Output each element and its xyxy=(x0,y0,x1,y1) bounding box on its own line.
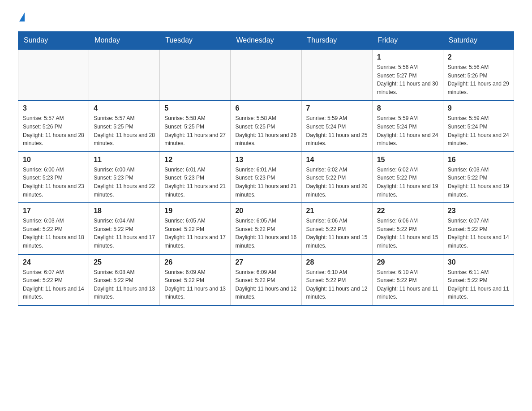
day-of-week-header: Saturday xyxy=(443,32,514,50)
page-header xyxy=(18,13,514,22)
calendar-cell: 17Sunrise: 6:03 AMSunset: 5:22 PMDayligh… xyxy=(18,203,89,254)
day-number: 2 xyxy=(448,53,509,61)
day-info: Sunrise: 5:59 AMSunset: 5:24 PMDaylight:… xyxy=(377,114,438,147)
calendar-cell: 24Sunrise: 6:07 AMSunset: 5:22 PMDayligh… xyxy=(18,254,89,305)
day-info: Sunrise: 6:02 AMSunset: 5:22 PMDaylight:… xyxy=(306,166,368,199)
day-number: 3 xyxy=(23,104,84,112)
calendar-cell: 28Sunrise: 6:10 AMSunset: 5:22 PMDayligh… xyxy=(301,254,372,305)
day-info: Sunrise: 6:07 AMSunset: 5:22 PMDaylight:… xyxy=(448,217,509,250)
day-info: Sunrise: 6:11 AMSunset: 5:22 PMDaylight:… xyxy=(448,268,509,301)
day-info: Sunrise: 5:58 AMSunset: 5:25 PMDaylight:… xyxy=(235,114,296,147)
day-number: 16 xyxy=(448,156,509,164)
calendar-cell: 7Sunrise: 5:59 AMSunset: 5:24 PMDaylight… xyxy=(301,100,372,151)
day-info: Sunrise: 5:59 AMSunset: 5:24 PMDaylight:… xyxy=(448,114,509,147)
calendar-cell: 16Sunrise: 6:03 AMSunset: 5:22 PMDayligh… xyxy=(443,152,514,203)
logo xyxy=(18,13,25,22)
calendar-cell: 11Sunrise: 6:00 AMSunset: 5:23 PMDayligh… xyxy=(89,152,160,203)
day-info: Sunrise: 6:10 AMSunset: 5:22 PMDaylight:… xyxy=(377,268,438,301)
day-number: 6 xyxy=(235,104,296,112)
day-number: 13 xyxy=(235,156,296,164)
day-number: 25 xyxy=(94,258,155,266)
day-number: 21 xyxy=(306,207,368,215)
calendar-cell: 14Sunrise: 6:02 AMSunset: 5:22 PMDayligh… xyxy=(301,152,372,203)
calendar-cell: 30Sunrise: 6:11 AMSunset: 5:22 PMDayligh… xyxy=(443,254,514,305)
calendar-cell: 8Sunrise: 5:59 AMSunset: 5:24 PMDaylight… xyxy=(372,100,443,151)
day-number: 26 xyxy=(164,258,226,266)
day-number: 19 xyxy=(164,207,226,215)
day-info: Sunrise: 6:06 AMSunset: 5:22 PMDaylight:… xyxy=(306,217,368,250)
day-number: 8 xyxy=(377,104,438,112)
calendar-table: SundayMondayTuesdayWednesdayThursdayFrid… xyxy=(18,31,514,306)
day-number: 15 xyxy=(377,156,438,164)
calendar-cell: 6Sunrise: 5:58 AMSunset: 5:25 PMDaylight… xyxy=(231,100,301,151)
calendar-cell: 18Sunrise: 6:04 AMSunset: 5:22 PMDayligh… xyxy=(89,203,160,254)
day-info: Sunrise: 6:09 AMSunset: 5:22 PMDaylight:… xyxy=(164,268,226,301)
calendar-week-row: 24Sunrise: 6:07 AMSunset: 5:22 PMDayligh… xyxy=(18,254,514,305)
day-number: 11 xyxy=(94,156,155,164)
calendar-cell: 4Sunrise: 5:57 AMSunset: 5:25 PMDaylight… xyxy=(89,100,160,151)
calendar-cell: 25Sunrise: 6:08 AMSunset: 5:22 PMDayligh… xyxy=(89,254,160,305)
day-info: Sunrise: 6:00 AMSunset: 5:23 PMDaylight:… xyxy=(94,166,155,199)
day-of-week-header: Tuesday xyxy=(160,32,231,50)
day-of-week-header: Wednesday xyxy=(231,32,301,50)
day-number: 30 xyxy=(448,258,509,266)
day-of-week-header: Friday xyxy=(372,32,443,50)
day-number: 10 xyxy=(23,156,84,164)
calendar-cell: 29Sunrise: 6:10 AMSunset: 5:22 PMDayligh… xyxy=(372,254,443,305)
day-number: 4 xyxy=(94,104,155,112)
day-info: Sunrise: 5:58 AMSunset: 5:25 PMDaylight:… xyxy=(164,114,226,147)
calendar-header-row: SundayMondayTuesdayWednesdayThursdayFrid… xyxy=(18,32,514,50)
day-info: Sunrise: 6:07 AMSunset: 5:22 PMDaylight:… xyxy=(23,268,84,301)
calendar-week-row: 1Sunrise: 5:56 AMSunset: 5:27 PMDaylight… xyxy=(18,49,514,100)
calendar-cell: 5Sunrise: 5:58 AMSunset: 5:25 PMDaylight… xyxy=(160,100,231,151)
day-info: Sunrise: 6:05 AMSunset: 5:22 PMDaylight:… xyxy=(164,217,226,250)
day-number: 9 xyxy=(448,104,509,112)
day-number: 20 xyxy=(235,207,296,215)
day-of-week-header: Sunday xyxy=(18,32,89,50)
day-info: Sunrise: 6:03 AMSunset: 5:22 PMDaylight:… xyxy=(23,217,84,250)
calendar-cell: 3Sunrise: 5:57 AMSunset: 5:26 PMDaylight… xyxy=(18,100,89,151)
day-info: Sunrise: 6:08 AMSunset: 5:22 PMDaylight:… xyxy=(94,268,155,301)
calendar-cell: 13Sunrise: 6:01 AMSunset: 5:23 PMDayligh… xyxy=(231,152,301,203)
calendar-cell: 12Sunrise: 6:01 AMSunset: 5:23 PMDayligh… xyxy=(160,152,231,203)
calendar-cell: 23Sunrise: 6:07 AMSunset: 5:22 PMDayligh… xyxy=(443,203,514,254)
day-number: 18 xyxy=(94,207,155,215)
day-info: Sunrise: 5:56 AMSunset: 5:26 PMDaylight:… xyxy=(448,63,509,96)
calendar-cell xyxy=(18,49,89,100)
day-number: 23 xyxy=(448,207,509,215)
calendar-cell: 9Sunrise: 5:59 AMSunset: 5:24 PMDaylight… xyxy=(443,100,514,151)
calendar-cell xyxy=(160,49,231,100)
calendar-cell: 2Sunrise: 5:56 AMSunset: 5:26 PMDaylight… xyxy=(443,49,514,100)
day-of-week-header: Monday xyxy=(89,32,160,50)
calendar-week-row: 17Sunrise: 6:03 AMSunset: 5:22 PMDayligh… xyxy=(18,203,514,254)
day-number: 27 xyxy=(235,258,296,266)
day-info: Sunrise: 6:01 AMSunset: 5:23 PMDaylight:… xyxy=(164,166,226,199)
calendar-week-row: 3Sunrise: 5:57 AMSunset: 5:26 PMDaylight… xyxy=(18,100,514,151)
day-number: 7 xyxy=(306,104,368,112)
day-number: 22 xyxy=(377,207,438,215)
day-number: 24 xyxy=(23,258,84,266)
day-number: 5 xyxy=(164,104,226,112)
calendar-week-row: 10Sunrise: 6:00 AMSunset: 5:23 PMDayligh… xyxy=(18,152,514,203)
calendar-cell: 26Sunrise: 6:09 AMSunset: 5:22 PMDayligh… xyxy=(160,254,231,305)
calendar-cell: 15Sunrise: 6:02 AMSunset: 5:22 PMDayligh… xyxy=(372,152,443,203)
calendar-cell xyxy=(231,49,301,100)
day-info: Sunrise: 6:05 AMSunset: 5:22 PMDaylight:… xyxy=(235,217,296,250)
day-number: 28 xyxy=(306,258,368,266)
day-info: Sunrise: 5:59 AMSunset: 5:24 PMDaylight:… xyxy=(306,114,368,147)
day-number: 17 xyxy=(23,207,84,215)
day-info: Sunrise: 6:09 AMSunset: 5:22 PMDaylight:… xyxy=(235,268,296,301)
day-number: 12 xyxy=(164,156,226,164)
calendar-cell: 19Sunrise: 6:05 AMSunset: 5:22 PMDayligh… xyxy=(160,203,231,254)
day-info: Sunrise: 6:00 AMSunset: 5:23 PMDaylight:… xyxy=(23,166,84,199)
day-of-week-header: Thursday xyxy=(301,32,372,50)
day-info: Sunrise: 6:10 AMSunset: 5:22 PMDaylight:… xyxy=(306,268,368,301)
day-info: Sunrise: 6:01 AMSunset: 5:23 PMDaylight:… xyxy=(235,166,296,199)
calendar-cell: 10Sunrise: 6:00 AMSunset: 5:23 PMDayligh… xyxy=(18,152,89,203)
calendar-cell: 21Sunrise: 6:06 AMSunset: 5:22 PMDayligh… xyxy=(301,203,372,254)
day-number: 14 xyxy=(306,156,368,164)
calendar-cell: 1Sunrise: 5:56 AMSunset: 5:27 PMDaylight… xyxy=(372,49,443,100)
calendar-cell: 27Sunrise: 6:09 AMSunset: 5:22 PMDayligh… xyxy=(231,254,301,305)
calendar-cell: 22Sunrise: 6:06 AMSunset: 5:22 PMDayligh… xyxy=(372,203,443,254)
day-number: 29 xyxy=(377,258,438,266)
